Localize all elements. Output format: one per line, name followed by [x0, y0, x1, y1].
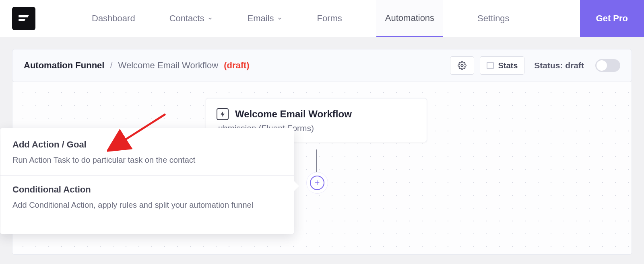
- draft-badge: (draft): [224, 60, 250, 71]
- funnel-title: Automation Funnel: [24, 60, 104, 71]
- svg-point-0: [461, 64, 464, 67]
- nav-label: Contacts: [169, 13, 204, 24]
- popup-item-conditional[interactable]: Conditional Action Add Conditional Actio…: [0, 175, 294, 220]
- nav-emails[interactable]: Emails: [247, 0, 283, 37]
- nav-label: Emails: [247, 13, 274, 24]
- popup-item-title: Add Action / Goal: [12, 139, 282, 150]
- get-pro-button[interactable]: Get Pro: [580, 0, 644, 37]
- bolt-icon: [217, 108, 229, 120]
- nav-automations[interactable]: Automations: [376, 0, 443, 37]
- chevron-down-icon: [277, 13, 283, 24]
- status-label: Status: draft: [534, 61, 584, 70]
- automation-canvas[interactable]: Welcome Email Workflow ubmission (Fluent…: [12, 82, 632, 255]
- stats-label: Stats: [498, 61, 518, 70]
- nav-contacts[interactable]: Contacts: [169, 0, 213, 37]
- plus-icon: +: [310, 176, 324, 190]
- logo-icon: [17, 12, 31, 25]
- popup-item-desc: Run Action Task to do particular task on…: [12, 154, 282, 166]
- funnel-header: Automation Funnel / Welcome Email Workfl…: [12, 49, 632, 82]
- nav-label: Settings: [477, 13, 510, 24]
- nav-label: Automations: [385, 13, 434, 23]
- node-header: Welcome Email Workflow: [217, 108, 416, 120]
- nav-label: Forms: [317, 13, 342, 24]
- nav-settings[interactable]: Settings: [477, 0, 510, 37]
- topbar: Dashboard Contacts Emails Forms Automati…: [0, 0, 644, 37]
- nav-dashboard[interactable]: Dashboard: [92, 0, 135, 37]
- popup-item-desc: Add Conditional Action, apply rules and …: [12, 199, 282, 211]
- nav-label: Dashboard: [92, 13, 135, 24]
- nav-forms[interactable]: Forms: [317, 0, 342, 37]
- content-area: Automation Funnel / Welcome Email Workfl…: [0, 37, 644, 264]
- toggle-knob: [597, 60, 607, 71]
- chevron-down-icon: [207, 13, 213, 24]
- popup-item-title: Conditional Action: [12, 184, 282, 195]
- settings-button[interactable]: [450, 56, 474, 75]
- get-pro-label: Get Pro: [596, 13, 628, 24]
- app-logo[interactable]: [12, 7, 35, 30]
- stats-button[interactable]: Stats: [480, 56, 524, 75]
- connector-line: [316, 149, 317, 173]
- top-nav: Dashboard Contacts Emails Forms Automati…: [92, 0, 580, 37]
- add-step-popup: Add Action / Goal Run Action Task to do …: [0, 128, 294, 234]
- breadcrumb-separator: /: [110, 60, 112, 71]
- status-toggle[interactable]: [595, 59, 620, 72]
- stats-checkbox[interactable]: [487, 62, 494, 69]
- popup-tail: [294, 181, 299, 191]
- workflow-name: Welcome Email Workflow: [118, 60, 219, 71]
- popup-item-add-action[interactable]: Add Action / Goal Run Action Task to do …: [0, 139, 294, 175]
- add-step-button[interactable]: +: [306, 172, 328, 194]
- node-title: Welcome Email Workflow: [235, 108, 352, 120]
- gear-icon: [458, 61, 466, 70]
